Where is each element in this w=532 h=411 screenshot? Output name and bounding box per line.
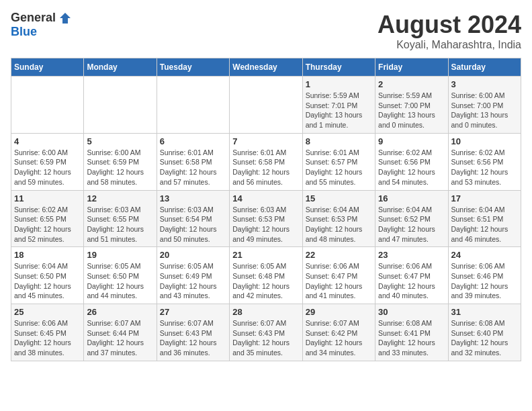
logo-icon	[58, 11, 72, 25]
calendar-cell: 14Sunrise: 6:03 AM Sunset: 6:53 PM Dayli…	[230, 190, 302, 247]
day-number: 1	[306, 79, 372, 89]
calendar-cell: 24Sunrise: 6:06 AM Sunset: 6:46 PM Dayli…	[448, 247, 521, 304]
calendar-cell: 25Sunrise: 6:06 AM Sunset: 6:45 PM Dayli…	[11, 304, 84, 361]
calendar-cell: 2Sunrise: 5:59 AM Sunset: 7:00 PM Daylig…	[375, 77, 448, 134]
day-info: Sunrise: 6:03 AM Sunset: 6:53 PM Dayligh…	[232, 205, 299, 244]
day-info: Sunrise: 6:06 AM Sunset: 6:45 PM Dayligh…	[14, 318, 81, 358]
calendar-cell: 29Sunrise: 6:07 AM Sunset: 6:42 PM Dayli…	[302, 304, 375, 361]
day-info: Sunrise: 6:04 AM Sunset: 6:52 PM Dayligh…	[378, 205, 445, 244]
calendar-cell: 1Sunrise: 5:59 AM Sunset: 7:01 PM Daylig…	[302, 77, 375, 134]
calendar-cell: 26Sunrise: 6:07 AM Sunset: 6:44 PM Dayli…	[84, 304, 157, 361]
day-info: Sunrise: 6:03 AM Sunset: 6:55 PM Dayligh…	[87, 205, 153, 244]
day-number: 5	[87, 136, 153, 146]
calendar-cell: 15Sunrise: 6:04 AM Sunset: 6:53 PM Dayli…	[302, 190, 375, 247]
calendar-subtitle: Koyali, Maharashtra, India	[378, 39, 521, 51]
day-info: Sunrise: 5:59 AM Sunset: 7:01 PM Dayligh…	[306, 91, 372, 130]
day-number: 30	[378, 307, 445, 317]
calendar-cell: 11Sunrise: 6:02 AM Sunset: 6:55 PM Dayli…	[11, 190, 84, 247]
day-info: Sunrise: 6:02 AM Sunset: 6:56 PM Dayligh…	[378, 148, 445, 187]
day-info: Sunrise: 6:04 AM Sunset: 6:53 PM Dayligh…	[306, 205, 372, 244]
day-number: 17	[451, 193, 518, 203]
calendar-week-row: 18Sunrise: 6:04 AM Sunset: 6:50 PM Dayli…	[11, 247, 521, 304]
calendar-cell: 8Sunrise: 6:01 AM Sunset: 6:57 PM Daylig…	[302, 133, 375, 190]
day-info: Sunrise: 6:06 AM Sunset: 6:47 PM Dayligh…	[306, 261, 372, 301]
calendar-cell: 13Sunrise: 6:03 AM Sunset: 6:54 PM Dayli…	[157, 190, 229, 247]
title-section: August 2024 Koyali, Maharashtra, India	[378, 11, 521, 51]
day-number: 15	[306, 193, 372, 203]
day-info: Sunrise: 6:00 AM Sunset: 6:59 PM Dayligh…	[14, 148, 81, 187]
calendar-cell: 28Sunrise: 6:07 AM Sunset: 6:43 PM Dayli…	[230, 304, 302, 361]
day-info: Sunrise: 6:08 AM Sunset: 6:41 PM Dayligh…	[378, 318, 445, 358]
day-number: 14	[232, 193, 299, 203]
day-number: 31	[451, 307, 518, 317]
day-number: 19	[87, 250, 153, 260]
calendar-cell: 19Sunrise: 6:05 AM Sunset: 6:50 PM Dayli…	[84, 247, 157, 304]
day-info: Sunrise: 6:07 AM Sunset: 6:42 PM Dayligh…	[306, 318, 372, 358]
day-info: Sunrise: 6:07 AM Sunset: 6:44 PM Dayligh…	[87, 318, 153, 358]
day-number: 16	[378, 193, 445, 203]
day-info: Sunrise: 6:02 AM Sunset: 6:55 PM Dayligh…	[14, 205, 81, 244]
calendar-cell: 31Sunrise: 6:08 AM Sunset: 6:40 PM Dayli…	[448, 304, 521, 361]
calendar-cell	[230, 77, 302, 134]
day-number: 20	[160, 250, 226, 260]
calendar-cell: 9Sunrise: 6:02 AM Sunset: 6:56 PM Daylig…	[375, 133, 448, 190]
calendar-cell	[11, 77, 84, 134]
day-info: Sunrise: 6:03 AM Sunset: 6:54 PM Dayligh…	[160, 205, 226, 244]
day-number: 13	[160, 193, 226, 203]
day-number: 9	[378, 136, 445, 146]
calendar-cell: 27Sunrise: 6:07 AM Sunset: 6:43 PM Dayli…	[157, 304, 229, 361]
day-number: 7	[232, 136, 299, 146]
weekday-header-sunday: Sunday	[11, 58, 84, 77]
calendar-cell: 7Sunrise: 6:01 AM Sunset: 6:58 PM Daylig…	[230, 133, 302, 190]
day-info: Sunrise: 6:00 AM Sunset: 6:59 PM Dayligh…	[87, 148, 153, 187]
logo: General Blue	[11, 11, 72, 39]
day-info: Sunrise: 6:01 AM Sunset: 6:57 PM Dayligh…	[306, 148, 372, 187]
day-number: 4	[14, 136, 81, 146]
calendar-cell: 10Sunrise: 6:02 AM Sunset: 6:56 PM Dayli…	[448, 133, 521, 190]
day-number: 2	[378, 79, 445, 89]
day-number: 11	[14, 193, 81, 203]
day-info: Sunrise: 6:00 AM Sunset: 7:00 PM Dayligh…	[451, 91, 518, 130]
calendar-week-row: 25Sunrise: 6:06 AM Sunset: 6:45 PM Dayli…	[11, 304, 521, 361]
weekday-header-thursday: Thursday	[302, 58, 375, 77]
day-info: Sunrise: 6:02 AM Sunset: 6:56 PM Dayligh…	[451, 148, 518, 187]
calendar-cell: 21Sunrise: 6:05 AM Sunset: 6:48 PM Dayli…	[230, 247, 302, 304]
calendar-cell: 4Sunrise: 6:00 AM Sunset: 6:59 PM Daylig…	[11, 133, 84, 190]
svg-marker-0	[60, 13, 71, 24]
calendar-cell: 23Sunrise: 6:06 AM Sunset: 6:47 PM Dayli…	[375, 247, 448, 304]
calendar-week-row: 11Sunrise: 6:02 AM Sunset: 6:55 PM Dayli…	[11, 190, 521, 247]
calendar-cell: 20Sunrise: 6:05 AM Sunset: 6:49 PM Dayli…	[157, 247, 229, 304]
weekday-header-tuesday: Tuesday	[157, 58, 229, 77]
day-number: 10	[451, 136, 518, 146]
weekday-header-monday: Monday	[84, 58, 157, 77]
day-info: Sunrise: 6:05 AM Sunset: 6:50 PM Dayligh…	[87, 261, 153, 301]
day-number: 12	[87, 193, 153, 203]
calendar-week-row: 4Sunrise: 6:00 AM Sunset: 6:59 PM Daylig…	[11, 133, 521, 190]
calendar-cell	[84, 77, 157, 134]
day-info: Sunrise: 6:01 AM Sunset: 6:58 PM Dayligh…	[160, 148, 226, 187]
calendar-week-row: 1Sunrise: 5:59 AM Sunset: 7:01 PM Daylig…	[11, 77, 521, 134]
logo-general-text: General	[11, 11, 56, 25]
day-info: Sunrise: 6:05 AM Sunset: 6:49 PM Dayligh…	[160, 261, 226, 301]
calendar-cell: 18Sunrise: 6:04 AM Sunset: 6:50 PM Dayli…	[11, 247, 84, 304]
calendar-title: August 2024	[378, 11, 521, 39]
weekday-header-saturday: Saturday	[448, 58, 521, 77]
day-info: Sunrise: 6:07 AM Sunset: 6:43 PM Dayligh…	[232, 318, 299, 358]
calendar-cell: 5Sunrise: 6:00 AM Sunset: 6:59 PM Daylig…	[84, 133, 157, 190]
day-number: 21	[232, 250, 299, 260]
calendar-cell: 22Sunrise: 6:06 AM Sunset: 6:47 PM Dayli…	[302, 247, 375, 304]
weekday-header-wednesday: Wednesday	[230, 58, 302, 77]
day-info: Sunrise: 6:04 AM Sunset: 6:51 PM Dayligh…	[451, 205, 518, 244]
calendar-cell: 12Sunrise: 6:03 AM Sunset: 6:55 PM Dayli…	[84, 190, 157, 247]
calendar-cell: 16Sunrise: 6:04 AM Sunset: 6:52 PM Dayli…	[375, 190, 448, 247]
day-info: Sunrise: 6:06 AM Sunset: 6:47 PM Dayligh…	[378, 261, 445, 301]
calendar-table: SundayMondayTuesdayWednesdayThursdayFrid…	[11, 58, 521, 361]
day-number: 25	[14, 307, 81, 317]
day-info: Sunrise: 6:04 AM Sunset: 6:50 PM Dayligh…	[14, 261, 81, 301]
day-number: 27	[160, 307, 226, 317]
day-number: 6	[160, 136, 226, 146]
calendar-cell: 17Sunrise: 6:04 AM Sunset: 6:51 PM Dayli…	[448, 190, 521, 247]
day-number: 3	[451, 79, 518, 89]
day-number: 23	[378, 250, 445, 260]
day-number: 29	[306, 307, 372, 317]
